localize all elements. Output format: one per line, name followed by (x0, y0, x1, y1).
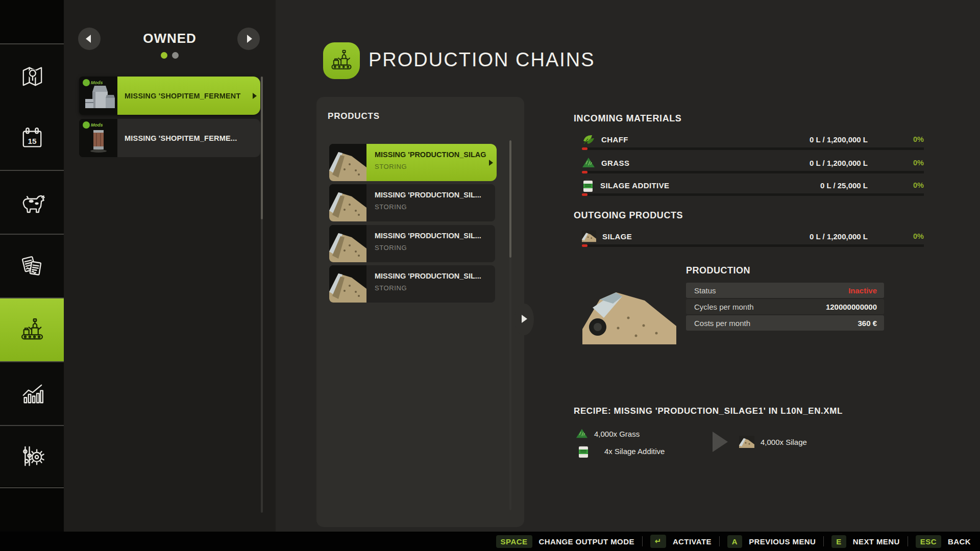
production-cycles-row: Cycles per month 120000000000 (686, 299, 884, 314)
action-activate[interactable]: ↵ ACTIVATE (650, 535, 712, 548)
recipe-ingredient-qty: 4x Silage Additive (604, 447, 665, 456)
arrow-right-icon (247, 35, 252, 43)
material-percent: 0% (868, 159, 924, 167)
animals-icon (17, 188, 47, 217)
silage-thumbnail (329, 144, 366, 181)
sidebar-item-calendar[interactable]: 15 (0, 107, 64, 170)
progress-fill (582, 171, 587, 173)
products-scrollbar-thumb[interactable] (509, 140, 511, 258)
action-label: PREVIOUS MENU (749, 537, 816, 546)
production-icon (17, 315, 47, 345)
settings-sliders-icon (17, 441, 47, 471)
action-change-output-mode[interactable]: SPACE CHANGE OUTPUT MODE (496, 535, 634, 548)
sidebar-item-map[interactable] (0, 44, 64, 107)
row-label: Status (694, 286, 716, 295)
owned-list-item[interactable]: Mods MISSING 'SHOPITEM_FERMENT (79, 77, 260, 115)
recipe-heading: RECIPE: MISSING 'PRODUCTION_SILAGE1' IN … (574, 406, 843, 416)
silage-icon (739, 436, 754, 448)
page-dot-active (161, 52, 167, 59)
product-item-title: MISSING 'PRODUCTION_SILAG (375, 151, 486, 159)
owned-item-title: MISSING 'SHOPITEM_FERMENT (125, 92, 241, 100)
products-heading: PRODUCTS (328, 111, 380, 121)
divider (719, 536, 720, 546)
owned-next-button[interactable] (237, 28, 260, 50)
calendar-day: 15 (28, 136, 37, 145)
progress-fill (582, 244, 587, 247)
sidebar-item-animals[interactable] (0, 171, 64, 234)
divider (908, 536, 908, 546)
arrow-right-icon (253, 93, 257, 99)
bottom-action-bar: SPACE CHANGE OUTPUT MODE ↵ ACTIVATE A PR… (0, 532, 980, 551)
key-a: A (727, 535, 742, 548)
product-item-label: MISSING 'PRODUCTION_SILAG STORING (366, 144, 497, 181)
material-progressbar (582, 244, 924, 247)
production-chains-icon (323, 42, 360, 79)
action-label: CHANGE OUTPUT MODE (539, 537, 634, 546)
grass-icon (582, 156, 595, 169)
sidebar-item-settings[interactable] (0, 426, 64, 486)
key-esc: ESC (916, 535, 941, 548)
divider (823, 536, 824, 546)
silage-additive-icon (582, 178, 594, 192)
status-value: Inactive (848, 286, 877, 295)
product-item-status: STORING (375, 244, 485, 252)
key-space: SPACE (496, 535, 532, 548)
arrow-right-icon (522, 315, 527, 323)
material-row: CHAFF 0 L / 1,200,000 L 0% (582, 133, 924, 146)
products-scrollbar[interactable] (509, 140, 511, 510)
product-list-item[interactable]: MISSING 'PRODUCTION_SILAG STORING (329, 144, 495, 181)
contracts-icon (17, 252, 47, 281)
row-label: Costs per month (694, 319, 750, 328)
svg-text:Mods: Mods (91, 122, 103, 128)
owned-list-item[interactable]: Mods MISSING 'SHOPITEM_FERME... (79, 119, 260, 157)
production-chains-screen: 15 (0, 0, 980, 551)
material-progressbar (582, 193, 924, 196)
material-name: GRASS (601, 159, 629, 167)
sidebar-item-statistics[interactable] (0, 362, 64, 425)
production-point-image (582, 277, 676, 344)
sidebar: 15 (0, 0, 64, 532)
silage-additive-icon (578, 444, 589, 458)
owned-item-label: MISSING 'SHOPITEM_FERME... (117, 119, 260, 157)
product-item-label: MISSING 'PRODUCTION_SIL... STORING (366, 265, 495, 303)
sidebar-item-production-chains[interactable] (0, 298, 64, 361)
product-item-title: MISSING 'PRODUCTION_SIL... (375, 232, 485, 240)
product-list-item[interactable]: MISSING 'PRODUCTION_SIL... STORING (329, 225, 495, 262)
chaff-icon (582, 133, 595, 146)
action-back[interactable]: ESC BACK (916, 535, 971, 548)
cycles-value: 120000000000 (826, 303, 877, 311)
divider (642, 536, 643, 546)
recipe-arrow-icon (713, 432, 728, 452)
sidebar-item-contracts[interactable] (0, 235, 64, 297)
silage-icon (582, 230, 596, 242)
material-row: SILAGE 0 L / 1,200,000 L 0% (582, 230, 924, 243)
material-percent: 0% (868, 135, 924, 143)
grass-icon (576, 428, 588, 440)
production-heading: PRODUCTION (686, 265, 750, 276)
material-amount: 0 L / 25,000 L (820, 181, 868, 190)
action-label: ACTIVATE (673, 537, 712, 546)
next-section-marker[interactable] (514, 304, 534, 335)
page-dot (172, 52, 179, 59)
product-item-status: STORING (375, 203, 485, 211)
product-item-status: STORING (375, 284, 485, 292)
owned-scrollbar[interactable] (261, 77, 263, 513)
map-icon (17, 61, 47, 91)
owned-scrollbar-thumb[interactable] (261, 77, 263, 219)
statistics-icon (17, 379, 47, 409)
recipe-ingredient-qty: 4,000x Grass (594, 430, 640, 438)
production-status-row: Status Inactive (686, 283, 884, 298)
production-costs-row: Costs per month 360 € (686, 315, 884, 331)
material-amount: 0 L / 1,200,000 L (810, 232, 868, 241)
fermenting-tower-thumbnail: Mods (79, 119, 117, 157)
action-next-menu[interactable]: E NEXT MENU (831, 535, 899, 548)
owned-item-label: MISSING 'SHOPITEM_FERMENT (117, 77, 260, 115)
arrow-right-icon (489, 160, 493, 166)
svg-text:Mods: Mods (91, 80, 103, 85)
page-dots (64, 52, 276, 59)
product-list-item[interactable]: MISSING 'PRODUCTION_SIL... STORING (329, 184, 495, 221)
product-list-item[interactable]: MISSING 'PRODUCTION_SIL... STORING (329, 265, 495, 303)
action-previous-menu[interactable]: A PREVIOUS MENU (727, 535, 816, 548)
product-item-title: MISSING 'PRODUCTION_SIL... (375, 272, 485, 280)
outgoing-products-heading: OUTGOING PRODUCTS (574, 210, 683, 221)
